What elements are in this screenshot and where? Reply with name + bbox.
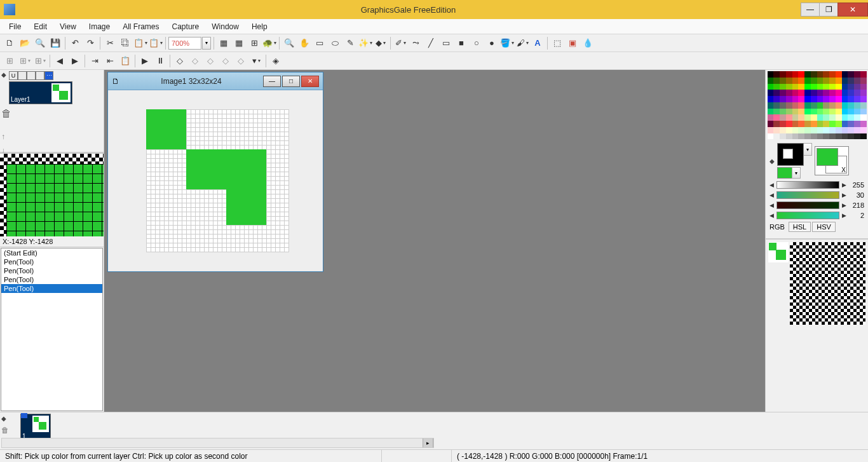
palette-swatch[interactable] bbox=[860, 71, 867, 78]
palette-swatch[interactable] bbox=[842, 96, 848, 102]
palette-swatch[interactable] bbox=[798, 71, 804, 78]
palette-swatch[interactable] bbox=[817, 133, 824, 140]
palette-swatch[interactable] bbox=[860, 78, 867, 84]
palette-swatch[interactable] bbox=[811, 84, 817, 90]
cut-icon[interactable]: ✂ bbox=[103, 36, 117, 50]
palette-swatch[interactable] bbox=[848, 133, 854, 140]
palette-swatch[interactable] bbox=[780, 127, 786, 133]
palette-swatch[interactable] bbox=[811, 71, 817, 78]
clipboard-icon[interactable]: 📋 bbox=[118, 54, 132, 68]
layer-more-icon[interactable]: ⋯ bbox=[44, 71, 53, 80]
magic-wand-icon[interactable]: ✨ bbox=[358, 36, 372, 50]
collapse-arrow-icon[interactable]: ◆ bbox=[770, 158, 775, 165]
palette-swatch[interactable] bbox=[804, 133, 811, 140]
color-palette[interactable] bbox=[768, 71, 867, 139]
menu-all-frames[interactable]: All Frames bbox=[118, 20, 164, 33]
palette-swatch[interactable] bbox=[860, 102, 867, 109]
rotate-icon[interactable]: ◇ bbox=[188, 54, 202, 68]
palette-swatch[interactable] bbox=[780, 71, 786, 78]
trash-icon[interactable]: 🗑 bbox=[1, 426, 9, 435]
palette-swatch[interactable] bbox=[836, 121, 842, 127]
new-file-icon[interactable]: 🗋 bbox=[3, 36, 17, 50]
palette-swatch[interactable] bbox=[829, 102, 836, 109]
palette-swatch[interactable] bbox=[792, 78, 799, 84]
frame-tool-icon[interactable]: ⊞ bbox=[3, 54, 17, 68]
palette-swatch[interactable] bbox=[811, 96, 817, 102]
palette-swatch[interactable] bbox=[829, 71, 836, 78]
palette-swatch[interactable] bbox=[823, 90, 829, 96]
palette-swatch[interactable] bbox=[848, 121, 854, 127]
history-item[interactable]: (Start Edit) bbox=[1, 248, 102, 257]
palette-swatch[interactable] bbox=[798, 121, 804, 127]
palette-swatch[interactable] bbox=[854, 133, 860, 140]
palette-swatch[interactable] bbox=[829, 96, 836, 102]
palette-swatch[interactable] bbox=[854, 71, 860, 78]
tab-hsv[interactable]: HSV bbox=[812, 222, 836, 232]
palette-swatch[interactable] bbox=[768, 71, 774, 78]
palette-swatch[interactable] bbox=[842, 121, 848, 127]
palette-swatch[interactable] bbox=[804, 114, 811, 121]
export-icon[interactable]: ⇤ bbox=[103, 54, 117, 68]
menu-view[interactable]: View bbox=[55, 20, 81, 33]
palette-swatch[interactable] bbox=[804, 109, 811, 115]
palette-swatch[interactable] bbox=[768, 84, 774, 90]
palette-swatch[interactable] bbox=[786, 71, 792, 78]
filled-rect-icon[interactable]: ■ bbox=[454, 36, 468, 50]
palette-swatch[interactable] bbox=[848, 102, 854, 109]
menu-image[interactable]: Image bbox=[84, 20, 115, 33]
save-icon[interactable]: 💾 bbox=[48, 36, 62, 50]
turtle-icon[interactable]: 🐢 bbox=[262, 36, 276, 50]
palette-swatch[interactable] bbox=[842, 102, 848, 109]
palette-swatch[interactable] bbox=[848, 71, 854, 78]
palette-swatch[interactable] bbox=[792, 133, 799, 140]
rect-select-icon[interactable]: ▭ bbox=[313, 36, 327, 50]
palette-swatch[interactable] bbox=[817, 114, 824, 121]
pixel-canvas[interactable] bbox=[146, 109, 289, 252]
palette-swatch[interactable] bbox=[860, 96, 867, 102]
history-item[interactable]: Pen(Tool) bbox=[1, 266, 102, 275]
palette-swatch[interactable] bbox=[860, 127, 867, 133]
history-item[interactable]: Pen(Tool) bbox=[1, 257, 102, 266]
minimize-button[interactable]: — bbox=[801, 3, 820, 17]
document-titlebar[interactable]: 🗋 Image1 32x32x24 — □ ✕ bbox=[108, 72, 323, 90]
redo-icon[interactable]: ↷ bbox=[83, 36, 97, 50]
palette-swatch[interactable] bbox=[836, 102, 842, 109]
copy-icon[interactable]: ⿻ bbox=[118, 36, 132, 50]
palette-swatch[interactable] bbox=[823, 121, 829, 127]
rotate-right-icon[interactable]: ◇ bbox=[234, 54, 248, 68]
palette-swatch[interactable] bbox=[829, 114, 836, 121]
secondary-color-swatch[interactable] bbox=[777, 167, 792, 179]
palette-swatch[interactable] bbox=[860, 133, 867, 140]
palette-swatch[interactable] bbox=[804, 90, 811, 96]
palette-swatch[interactable] bbox=[860, 121, 867, 127]
palette-swatch[interactable] bbox=[804, 71, 811, 78]
frame-add-icon[interactable]: ⊞ bbox=[18, 54, 32, 68]
palette-swatch[interactable] bbox=[817, 96, 824, 102]
open-file-icon[interactable]: 📂 bbox=[18, 36, 32, 50]
paste-icon[interactable]: 📋 bbox=[133, 36, 147, 50]
flip-h-icon[interactable]: ◇ bbox=[203, 54, 217, 68]
doc-minimize-button[interactable]: — bbox=[263, 76, 281, 87]
palette-swatch[interactable] bbox=[792, 114, 799, 121]
flip-v-icon[interactable]: ◇ bbox=[219, 54, 233, 68]
layer-link-icon[interactable] bbox=[36, 71, 44, 80]
palette-swatch[interactable] bbox=[854, 90, 860, 96]
palette-swatch[interactable] bbox=[842, 127, 848, 133]
palette-swatch[interactable] bbox=[823, 78, 829, 84]
horizontal-scrollbar[interactable]: ▸ bbox=[1, 438, 434, 448]
history-item-selected[interactable]: Pen(Tool) bbox=[1, 284, 102, 293]
play-icon[interactable]: ▶ bbox=[138, 54, 152, 68]
palette-swatch[interactable] bbox=[780, 78, 786, 84]
palette-swatch[interactable] bbox=[792, 121, 799, 127]
line-tool-icon[interactable]: ╱ bbox=[424, 36, 438, 50]
doc-maximize-button[interactable]: □ bbox=[282, 76, 300, 87]
palette-swatch[interactable] bbox=[768, 78, 774, 84]
palette-swatch[interactable] bbox=[836, 71, 842, 78]
palette-swatch[interactable] bbox=[817, 90, 824, 96]
palette-swatch[interactable] bbox=[848, 78, 854, 84]
palette-swatch[interactable] bbox=[780, 133, 786, 140]
palette-swatch[interactable] bbox=[829, 90, 836, 96]
text-tool-icon[interactable]: A bbox=[531, 36, 545, 50]
lightness-slider[interactable]: ◀ ▶ 255 bbox=[770, 181, 864, 189]
transparency-icon[interactable]: ▣ bbox=[566, 36, 580, 50]
